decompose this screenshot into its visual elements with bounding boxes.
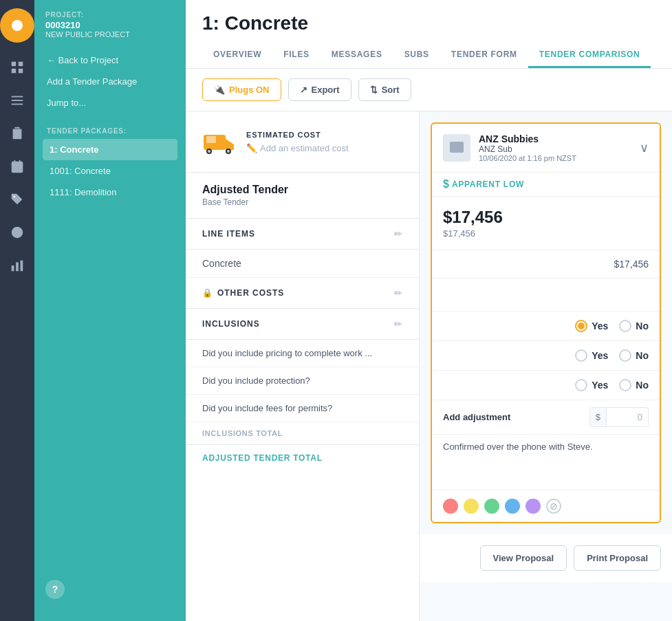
adjusted-tender-section: Adjusted Tender Base Tender: [186, 173, 419, 219]
inclusion-q3: Did you include fees for permits?: [186, 395, 419, 422]
yes-radio-label-3[interactable]: Yes: [575, 379, 608, 391]
vendor-date: 10/06/2020 at 1:16 pm NZST: [479, 154, 576, 162]
jump-to-link[interactable]: Jump to...: [43, 92, 177, 113]
svg-rect-3: [12, 69, 16, 73]
tender-amount-main: $17,456: [443, 208, 649, 227]
svg-rect-16: [21, 261, 23, 272]
svg-rect-23: [206, 136, 216, 143]
right-panel: ANZ Subbies ANZ Sub 10/06/2020 at 1:16 p…: [420, 111, 672, 621]
inclusion-q1-text: Did you include pricing to complete work…: [202, 348, 372, 358]
svg-rect-26: [457, 144, 461, 145]
yes-radio-circle-3: [575, 379, 587, 391]
line-items-title: LINE ITEMS: [202, 229, 255, 239]
svg-point-22: [227, 150, 230, 153]
sort-label: Sort: [382, 85, 400, 95]
line-items-label: LINE ITEMS: [202, 229, 255, 239]
other-costs-edit-icon[interactable]: ✏: [394, 287, 402, 298]
export-button[interactable]: ↗ Export: [288, 78, 351, 101]
nav-icon-calendar[interactable]: [3, 153, 31, 180]
tab-tender-form[interactable]: TENDER FORM: [440, 43, 528, 68]
toolbar: 🔌 Plugs ON ↗ Export ⇅ Sort: [186, 69, 672, 111]
help-button[interactable]: ?: [45, 580, 65, 599]
view-proposal-button[interactable]: View Proposal: [480, 545, 567, 571]
no-radio-circle-2: [619, 349, 631, 362]
no-radio-label-3[interactable]: No: [619, 379, 649, 391]
svg-point-20: [208, 150, 210, 153]
svg-point-0: [12, 20, 23, 31]
other-costs-title: 🔒 OTHER COSTS: [202, 288, 284, 298]
svg-rect-27: [457, 146, 461, 148]
line-items-header: LINE ITEMS ✏: [186, 219, 419, 250]
inclusions-total-row: INCLUSIONS TOTAL: [186, 422, 419, 445]
tab-messages[interactable]: MESSAGES: [321, 43, 393, 68]
color-dot-purple[interactable]: [525, 499, 541, 514]
nav-icon-clipboard[interactable]: [3, 120, 31, 147]
no-radio-circle-3: [619, 379, 631, 391]
tender-amount-section: $17,456 $17,456: [432, 197, 660, 250]
no-label: No: [636, 320, 649, 331]
apparent-low-badge: $ APPARENT LOW: [432, 173, 660, 197]
color-dot-green[interactable]: [484, 499, 499, 514]
adjustment-input[interactable]: [607, 408, 648, 426]
svg-rect-2: [19, 62, 23, 66]
sidebar-item-pkg-1111[interactable]: 1111: Demolition: [43, 182, 177, 203]
sidebar-item-pkg-1[interactable]: 1: Concrete: [43, 139, 177, 160]
yes-no-row-3: Yes No: [432, 370, 660, 400]
project-label: PROJECT:: [45, 11, 175, 19]
project-number: 0003210: [45, 20, 175, 30]
back-to-project-link[interactable]: ← Back to Project: [43, 50, 177, 71]
export-icon: ↗: [300, 85, 307, 95]
inclusions-edit-icon[interactable]: ✏: [394, 318, 402, 329]
yes-radio-label[interactable]: Yes: [575, 320, 608, 332]
yes-radio-label-2[interactable]: Yes: [575, 349, 608, 362]
export-label: Export: [312, 85, 340, 95]
color-dot-none[interactable]: ⊘: [546, 499, 561, 514]
nav-icon-tag[interactable]: [3, 186, 31, 213]
color-dot-yellow[interactable]: [464, 499, 479, 514]
add-tender-package-link[interactable]: Add a Tender Package: [43, 71, 177, 92]
inclusions-title: INCLUSIONS: [202, 319, 260, 329]
nav-icon-chart[interactable]: [3, 252, 31, 279]
svg-rect-4: [19, 69, 23, 73]
main-content: 1: Concrete OVERVIEW FILES MESSAGES SUBS…: [186, 0, 672, 621]
tab-subs[interactable]: SUBS: [393, 43, 440, 68]
print-proposal-button[interactable]: Print Proposal: [574, 545, 661, 571]
add-estimated-cost-link[interactable]: ✏️ Add an estimated cost: [246, 143, 349, 153]
tab-overview[interactable]: OVERVIEW: [202, 43, 272, 68]
line-items-edit-icon[interactable]: ✏: [394, 228, 402, 239]
nav-icon-dashboard[interactable]: [3, 54, 31, 81]
svg-rect-25: [452, 144, 456, 147]
add-adjustment-row: Add adjustment $: [432, 400, 660, 434]
vendor-info: ANZ Subbies ANZ Sub 10/06/2020 at 1:16 p…: [443, 133, 576, 162]
color-dots-row: ⊘: [432, 490, 660, 522]
nav-icon-list[interactable]: [3, 87, 31, 114]
plugs-icon: 🔌: [214, 85, 225, 95]
vendor-header: ANZ Subbies ANZ Sub 10/06/2020 at 1:16 p…: [432, 124, 660, 173]
tab-files[interactable]: FILES: [272, 43, 321, 68]
tab-tender-comparison[interactable]: TENDER COMPARISON: [528, 43, 651, 68]
estimated-cost-label: ESTIMATED COST: [246, 131, 349, 139]
line-item-concrete-text: Concrete: [202, 258, 241, 269]
vendor-footer: View Proposal Print Proposal: [420, 534, 672, 582]
tender-packages-list: 1: Concrete 1001: Concrete 1111: Demolit…: [34, 139, 186, 203]
project-info: PROJECT: 0003210 NEW PUBLIC PROJECT: [34, 11, 186, 50]
yes-radio-circle: [575, 320, 587, 332]
nav-icon-clock[interactable]: [3, 219, 31, 246]
sidebar-nav: ← Back to Project Add a Tender Package J…: [34, 50, 186, 113]
sort-button[interactable]: ⇅ Sort: [358, 78, 411, 101]
yes-no-row: Yes No: [432, 312, 660, 340]
plugs-on-button[interactable]: 🔌 Plugs ON: [202, 78, 281, 101]
sidebar-item-pkg-1001[interactable]: 1001: Concrete: [43, 160, 177, 182]
line-item-value-row: $17,456: [432, 250, 660, 279]
chevron-down-icon[interactable]: ∨: [640, 140, 649, 155]
other-costs-spacer: [432, 279, 660, 312]
icon-bar: [0, 0, 34, 621]
no-radio-label-2[interactable]: No: [619, 349, 649, 362]
app-logo[interactable]: [0, 8, 34, 43]
color-dot-teal[interactable]: [505, 499, 520, 514]
color-dot-red[interactable]: [443, 499, 458, 514]
notes-text[interactable]: Confirmed over the phone with Steve.: [443, 442, 649, 483]
vendor-card: ANZ Subbies ANZ Sub 10/06/2020 at 1:16 p…: [431, 122, 661, 523]
sidebar-help: ?: [34, 569, 186, 610]
no-radio-label[interactable]: No: [619, 320, 649, 332]
